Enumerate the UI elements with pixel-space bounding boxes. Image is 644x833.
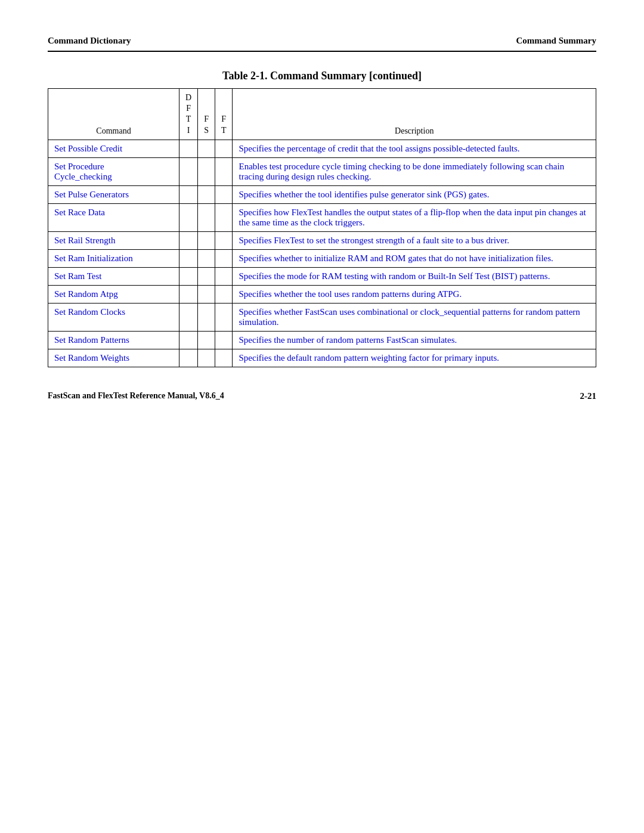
cell-command[interactable]: Set Ram Test bbox=[48, 267, 179, 285]
table-row: Set Pulse GeneratorsSpecifies whether th… bbox=[48, 185, 596, 203]
cell-description: Specifies whether FastScan uses combinat… bbox=[233, 303, 596, 331]
cell-dfti bbox=[179, 331, 198, 349]
cell-fs bbox=[198, 185, 215, 203]
col-header-dfti: D F T I bbox=[179, 89, 198, 140]
cell-dfti bbox=[179, 231, 198, 249]
command-link[interactable]: Set Pulse Generators bbox=[54, 190, 129, 199]
cell-dfti bbox=[179, 267, 198, 285]
cell-ft bbox=[215, 157, 233, 185]
cell-command[interactable]: Set Pulse Generators bbox=[48, 185, 179, 203]
cell-dfti bbox=[179, 157, 198, 185]
table-title: Table 2-1. Command Summary [continued] bbox=[48, 70, 596, 82]
cell-description: Specifies how FlexTest handles the outpu… bbox=[233, 203, 596, 231]
command-link[interactable]: Cycle_checking bbox=[54, 172, 112, 181]
command-link[interactable]: Set Random Clocks bbox=[54, 307, 125, 317]
cell-dfti bbox=[179, 285, 198, 303]
footer-right: 2-21 bbox=[580, 391, 597, 401]
cell-ft bbox=[215, 303, 233, 331]
cell-command[interactable]: Set Random Patterns bbox=[48, 331, 179, 349]
page-footer: FastScan and FlexTest Reference Manual, … bbox=[48, 391, 596, 401]
cell-ft bbox=[215, 249, 233, 267]
cell-command[interactable]: Set Random Clocks bbox=[48, 303, 179, 331]
command-link[interactable]: Set Ram Initialization bbox=[54, 253, 133, 263]
cell-command[interactable]: Set Race Data bbox=[48, 203, 179, 231]
command-link[interactable]: Set Random Patterns bbox=[54, 335, 129, 345]
cell-fs bbox=[198, 140, 215, 157]
cell-command[interactable]: Set Random Weights bbox=[48, 349, 179, 367]
cell-description: Specifies the percentage of credit that … bbox=[233, 140, 596, 157]
col-header-description: Description bbox=[233, 89, 596, 140]
table-row: Set Random PatternsSpecifies the number … bbox=[48, 331, 596, 349]
table-row: Set Random ClocksSpecifies whether FastS… bbox=[48, 303, 596, 331]
command-link[interactable]: Set Ram Test bbox=[54, 271, 102, 281]
table-row: Set Random AtpgSpecifies whether the too… bbox=[48, 285, 596, 303]
command-link[interactable]: Set Procedure bbox=[54, 162, 104, 171]
cell-description: Specifies whether the tool uses random p… bbox=[233, 285, 596, 303]
cell-fs bbox=[198, 349, 215, 367]
cell-ft bbox=[215, 203, 233, 231]
page-header: Command Dictionary Command Summary bbox=[48, 36, 596, 52]
cell-description: Specifies FlexTest to set the strongest … bbox=[233, 231, 596, 249]
table-row: Set ProcedureCycle_checkingEnables test … bbox=[48, 157, 596, 185]
cell-command[interactable]: Set Ram Initialization bbox=[48, 249, 179, 267]
header-right: Command Summary bbox=[516, 36, 596, 46]
cell-ft bbox=[215, 349, 233, 367]
cell-dfti bbox=[179, 203, 198, 231]
col-header-ft: F T bbox=[215, 89, 233, 140]
col-header-fs: F S bbox=[198, 89, 215, 140]
cell-dfti bbox=[179, 185, 198, 203]
col-header-command: Command bbox=[48, 89, 179, 140]
cell-fs bbox=[198, 203, 215, 231]
page: Command Dictionary Command Summary Table… bbox=[0, 0, 644, 833]
cell-dfti bbox=[179, 140, 198, 157]
table-row: Set Rail StrengthSpecifies FlexTest to s… bbox=[48, 231, 596, 249]
header-left: Command Dictionary bbox=[48, 36, 131, 46]
table-row: Set Ram TestSpecifies the mode for RAM t… bbox=[48, 267, 596, 285]
cell-fs bbox=[198, 331, 215, 349]
cell-ft bbox=[215, 267, 233, 285]
cell-description: Specifies whether to initialize RAM and … bbox=[233, 249, 596, 267]
cell-dfti bbox=[179, 303, 198, 331]
footer-left: FastScan and FlexTest Reference Manual, … bbox=[48, 391, 224, 401]
cell-ft bbox=[215, 185, 233, 203]
command-link[interactable]: Set Random Atpg bbox=[54, 289, 118, 299]
cell-fs bbox=[198, 249, 215, 267]
cell-fs bbox=[198, 231, 215, 249]
command-link[interactable]: Set Random Weights bbox=[54, 353, 129, 363]
cell-command[interactable]: Set ProcedureCycle_checking bbox=[48, 157, 179, 185]
table-row: Set Race DataSpecifies how FlexTest hand… bbox=[48, 203, 596, 231]
table-row: Set Random WeightsSpecifies the default … bbox=[48, 349, 596, 367]
cell-command[interactable]: Set Possible Credit bbox=[48, 140, 179, 157]
cell-fs bbox=[198, 303, 215, 331]
table-row: Set Possible CreditSpecifies the percent… bbox=[48, 140, 596, 157]
command-link[interactable]: Set Possible Credit bbox=[54, 144, 122, 153]
cell-dfti bbox=[179, 249, 198, 267]
cell-ft bbox=[215, 231, 233, 249]
table-body: Set Possible CreditSpecifies the percent… bbox=[48, 140, 596, 367]
command-summary-table: Command D F T I F S bbox=[48, 88, 596, 367]
command-link[interactable]: Set Race Data bbox=[54, 208, 105, 217]
cell-command[interactable]: Set Rail Strength bbox=[48, 231, 179, 249]
cell-fs bbox=[198, 267, 215, 285]
command-link[interactable]: Set Rail Strength bbox=[54, 236, 116, 245]
cell-description: Specifies whether the tool identifies pu… bbox=[233, 185, 596, 203]
table-row: Set Ram InitializationSpecifies whether … bbox=[48, 249, 596, 267]
cell-description: Specifies the mode for RAM testing with … bbox=[233, 267, 596, 285]
cell-ft bbox=[215, 140, 233, 157]
cell-fs bbox=[198, 285, 215, 303]
cell-description: Enables test procedure cycle timing chec… bbox=[233, 157, 596, 185]
cell-dfti bbox=[179, 349, 198, 367]
cell-fs bbox=[198, 157, 215, 185]
cell-command[interactable]: Set Random Atpg bbox=[48, 285, 179, 303]
cell-description: Specifies the number of random patterns … bbox=[233, 331, 596, 349]
table-header-row: Command D F T I F S bbox=[48, 89, 596, 140]
cell-description: Specifies the default random pattern wei… bbox=[233, 349, 596, 367]
cell-ft bbox=[215, 285, 233, 303]
cell-ft bbox=[215, 331, 233, 349]
